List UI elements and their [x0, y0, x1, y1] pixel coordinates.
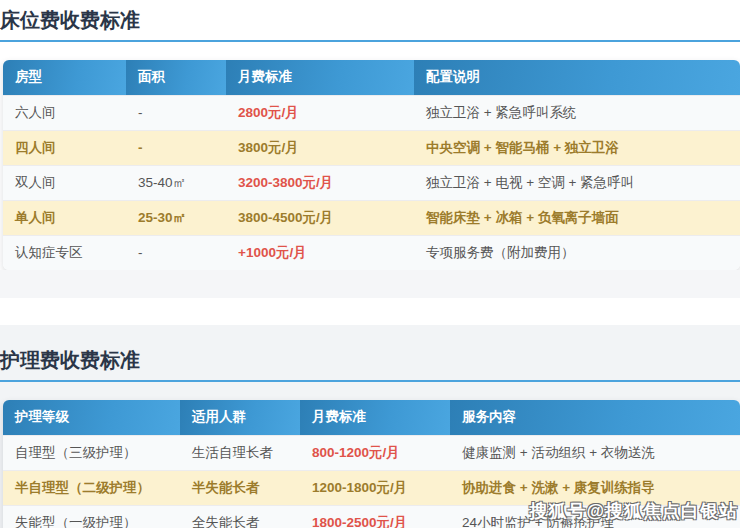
table-cell: 单人间 [3, 200, 126, 235]
title-underline [0, 40, 740, 42]
table-cell: 四人间 [3, 130, 126, 165]
header-cell-area: 面积 [126, 60, 226, 95]
table-cell: 25-30㎡ [126, 200, 226, 235]
table-header-row: 房型 面积 月费标准 配置说明 [3, 60, 740, 95]
table-cell: 自理型（三级护理） [3, 435, 180, 470]
table-cell: 失能型（一级护理） [3, 505, 180, 528]
header-cell-config: 配置说明 [414, 60, 740, 95]
table-cell: 中央空调 + 智能马桶 + 独立卫浴 [414, 130, 740, 165]
table-header-row: 护理等级 适用人群 月费标准 服务内容 [3, 400, 740, 435]
table-cell: 独立卫浴 + 电视 + 空调 + 紧急呼叫 [414, 165, 740, 200]
bed-fee-section-title: 床位费收费标准 [0, 0, 740, 33]
table-row: 六人间 - 2800元/月 独立卫浴 + 紧急呼叫系统 [3, 95, 740, 130]
table-cell: 全失能长者 [180, 505, 300, 528]
header-cell-monthly-fee: 月费标准 [300, 400, 450, 435]
title-underline [0, 380, 740, 382]
background-band [0, 270, 740, 298]
table-cell: 生活自理长者 [180, 435, 300, 470]
background-band [0, 298, 740, 325]
table-row-highlighted: 单人间 25-30㎡ 3800-4500元/月 智能床垫 + 冰箱 + 负氧离子… [3, 200, 740, 235]
price-cell: 3800元/月 [226, 130, 414, 165]
care-fee-section-title: 护理费收费标准 [0, 340, 740, 373]
care-fee-section: 护理费收费标准 护理等级 适用人群 月费标准 服务内容 自理型（三级护理） 生活… [0, 325, 740, 528]
table-cell: - [126, 95, 226, 130]
bed-fee-table: 房型 面积 月费标准 配置说明 六人间 - 2800元/月 独立卫浴 + 紧急呼… [3, 60, 740, 270]
price-cell: 1800-2500元/月 [300, 505, 450, 528]
table-cell: - [126, 235, 226, 270]
table-row: 自理型（三级护理） 生活自理长者 800-1200元/月 健康监测 + 活动组织… [3, 435, 740, 470]
table-cell: 六人间 [3, 95, 126, 130]
header-cell-room-type: 房型 [3, 60, 126, 95]
header-cell-services: 服务内容 [450, 400, 740, 435]
bed-fee-section: 床位费收费标准 房型 面积 月费标准 配置说明 六人间 - 2800元/月 独立… [0, 0, 740, 270]
header-cell-monthly-fee: 月费标准 [226, 60, 414, 95]
table-cell: 半自理型（二级护理） [3, 470, 180, 505]
watermark: 搜狐号@搜狐焦点白银站 [529, 499, 738, 523]
price-cell: 1200-1800元/月 [300, 470, 450, 505]
header-cell-care-level: 护理等级 [3, 400, 180, 435]
table-cell: 认知症专区 [3, 235, 126, 270]
table-cell: 双人间 [3, 165, 126, 200]
price-cell: 3200-3800元/月 [226, 165, 414, 200]
price-cell: +1000元/月 [226, 235, 414, 270]
table-cell: 专项服务费（附加费用） [414, 235, 740, 270]
table-cell: - [126, 130, 226, 165]
table-row: 认知症专区 - +1000元/月 专项服务费（附加费用） [3, 235, 740, 270]
price-cell: 3800-4500元/月 [226, 200, 414, 235]
price-cell: 2800元/月 [226, 95, 414, 130]
table-cell: 智能床垫 + 冰箱 + 负氧离子墙面 [414, 200, 740, 235]
table-cell: 半失能长者 [180, 470, 300, 505]
table-row-highlighted: 四人间 - 3800元/月 中央空调 + 智能马桶 + 独立卫浴 [3, 130, 740, 165]
table-cell: 健康监测 + 活动组织 + 衣物送洗 [450, 435, 740, 470]
table-cell: 独立卫浴 + 紧急呼叫系统 [414, 95, 740, 130]
table-row: 双人间 35-40㎡ 3200-3800元/月 独立卫浴 + 电视 + 空调 +… [3, 165, 740, 200]
price-cell: 800-1200元/月 [300, 435, 450, 470]
header-cell-target-group: 适用人群 [180, 400, 300, 435]
bed-fee-table-card: 房型 面积 月费标准 配置说明 六人间 - 2800元/月 独立卫浴 + 紧急呼… [3, 60, 740, 270]
table-cell: 35-40㎡ [126, 165, 226, 200]
